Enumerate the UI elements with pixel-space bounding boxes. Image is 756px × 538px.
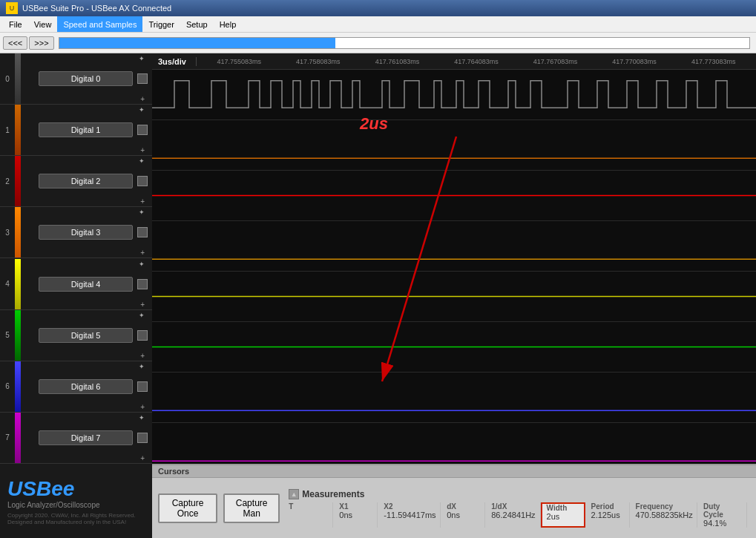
channel-color-bar-6 — [15, 361, 21, 412]
channel-color-bar-2 — [15, 156, 21, 206]
meas-value-period: 2.125us — [591, 511, 623, 519]
menu-trigger[interactable]: Trigger — [142, 16, 180, 32]
channel-checkbox-1[interactable] — [137, 125, 148, 135]
channel-sidebar: 0 Digital 0 ✦ + 1 Digital 1 ✦ + — [0, 53, 152, 464]
channel-checkbox-0[interactable] — [137, 73, 148, 84]
channel-star-5: ✦ — [139, 312, 145, 319]
channel-checkbox-6[interactable] — [137, 381, 148, 392]
channel-plus-2[interactable]: + — [140, 197, 145, 206]
meas-header-dX: dX — [447, 502, 479, 511]
time-marker-1: 417.758083ms — [296, 58, 341, 65]
capture-once-button[interactable]: Capture Once — [158, 493, 217, 523]
channel-plus-7[interactable]: + — [140, 454, 145, 462]
channel-plus-5[interactable]: + — [140, 352, 145, 360]
meas-header-1dX: 1/dX — [491, 502, 533, 511]
meas-value-X1: 0ns — [339, 511, 371, 519]
time-marker-6: 417.773083ms — [691, 58, 736, 65]
channel-name-button-0[interactable]: Digital 0 — [39, 71, 133, 86]
channel-star-1: ✦ — [139, 106, 145, 114]
menu-help[interactable]: Help — [214, 16, 243, 32]
meas-value-dutycycle: 94.1% — [703, 519, 740, 528]
channel-star-2: ✦ — [139, 157, 145, 165]
channel-row-3: 3 Digital 3 ✦ + — [0, 207, 152, 258]
nav-back-button[interactable]: <<< — [3, 36, 27, 50]
channel-color-bar-3 — [15, 207, 21, 257]
menu-speed-samples[interactable]: Speed and Samples — [57, 16, 142, 32]
channel-name-button-3[interactable]: Digital 3 — [39, 225, 133, 240]
meas-value-frequency: 470.588235kHz — [636, 511, 691, 519]
meas-col-frequency: Frequency 470.588235kHz — [630, 502, 697, 528]
time-marker-4: 417.767083ms — [533, 58, 578, 65]
channel-color-bar-4 — [15, 259, 21, 309]
channel-row-7: 7 Digital 7 ✦ + — [0, 413, 152, 464]
channel-row-5: 5 Digital 5 ✦ + — [0, 310, 152, 361]
app-icon: U — [6, 2, 18, 14]
time-markers: 417.755083ms 417.758083ms 417.761083ms 4… — [197, 58, 756, 65]
channel-label-0: 0 Digital 0 ✦ + — [0, 53, 152, 104]
channel-color-bar-7 — [15, 413, 21, 463]
waveform-lane-2 — [152, 171, 756, 221]
waveform-lane-0 — [152, 70, 756, 120]
channel-label-6: 6 Digital 6 ✦ + — [0, 361, 152, 412]
time-marker-5: 417.770083ms — [612, 58, 657, 65]
channel-label-1: 1 Digital 1 ✦ + — [0, 105, 152, 155]
channel-number-6: 6 — [0, 382, 15, 390]
channel-checkbox-3[interactable] — [137, 227, 148, 237]
meas-value-X2: -11.594417ms — [384, 511, 434, 519]
titlebar: U USBee Suite Pro - USBee AX Connected — [0, 0, 756, 16]
channel-star-4: ✦ — [139, 260, 145, 268]
meas-header-period: Period — [591, 502, 623, 511]
logo-copyright: Copyright 2020. CWAV, Inc. All Rights Re… — [7, 512, 145, 525]
channel-label-2: 2 Digital 2 ✦ + — [0, 156, 152, 206]
waveform-svg-1 — [152, 120, 756, 170]
channel-checkbox-7[interactable] — [137, 433, 148, 443]
meas-header-X1: X1 — [339, 502, 371, 511]
channel-row-2: 2 Digital 2 ✦ + — [0, 156, 152, 207]
channel-row-6: 6 Digital 6 ✦ + — [0, 361, 152, 413]
channel-number-7: 7 — [0, 433, 15, 442]
channel-plus-3[interactable]: + — [140, 249, 145, 257]
meas-col-X2: X2 -11.594417ms — [378, 502, 441, 528]
progress-bar — [59, 37, 750, 49]
channel-star-3: ✦ — [139, 209, 145, 216]
capture-man-button[interactable]: Capture Man — [223, 493, 280, 523]
channel-checkbox-5[interactable] — [137, 330, 148, 341]
main-area: 0 Digital 0 ✦ + 1 Digital 1 ✦ + — [0, 53, 756, 464]
time-ruler: 3us/div 417.755083ms 417.758083ms 417.76… — [152, 53, 756, 70]
channel-name-button-2[interactable]: Digital 2 — [39, 174, 133, 188]
channel-plus-6[interactable]: + — [140, 403, 145, 411]
channel-name-button-1[interactable]: Digital 1 — [39, 122, 133, 137]
waveform-svg-7 — [152, 423, 756, 464]
meas-col-T: T — [289, 502, 333, 528]
menu-setup[interactable]: Setup — [180, 16, 214, 32]
meas-header-dutycycle: Duty Cycle — [703, 502, 740, 519]
channel-checkbox-4[interactable] — [137, 279, 148, 289]
waveform-svg-5 — [152, 322, 756, 372]
waveform-svg-3 — [152, 221, 756, 271]
channel-name-button-6[interactable]: Digital 6 — [39, 379, 133, 394]
channel-row-1: 1 Digital 1 ✦ + — [0, 105, 152, 156]
channel-name-button-4[interactable]: Digital 4 — [39, 277, 133, 292]
measurements-header: ▲ Measurements — [286, 488, 750, 501]
channel-plus-4[interactable]: + — [140, 301, 145, 309]
channel-plus-1[interactable]: + — [140, 146, 145, 154]
menubar: File View Speed and Samples Trigger Setu… — [0, 16, 756, 33]
channel-number-1: 1 — [0, 126, 15, 134]
cursors-header: Cursors — [152, 465, 756, 478]
channel-plus-0[interactable]: + — [140, 95, 145, 103]
channel-name-button-5[interactable]: Digital 5 — [39, 328, 133, 343]
menu-view[interactable]: View — [28, 16, 58, 32]
progress-fill — [59, 38, 335, 48]
logo-subtitle: Logic Analyzer/Oscilloscope — [7, 501, 145, 509]
channel-number-0: 0 — [0, 75, 15, 83]
channel-row-4: 4 Digital 4 ✦ + — [0, 259, 152, 310]
measurements-toggle[interactable]: ▲ — [289, 489, 299, 499]
waveform-svg-2 — [152, 171, 756, 220]
nav-forward-button[interactable]: >>> — [29, 36, 53, 50]
channel-number-3: 3 — [0, 229, 15, 237]
menu-file[interactable]: File — [3, 16, 28, 32]
time-marker-0: 417.755083ms — [217, 58, 262, 65]
channel-checkbox-2[interactable] — [137, 176, 148, 186]
channel-name-button-7[interactable]: Digital 7 — [39, 430, 133, 445]
waveform-area[interactable]: 3us/div 417.755083ms 417.758083ms 417.76… — [152, 53, 756, 464]
